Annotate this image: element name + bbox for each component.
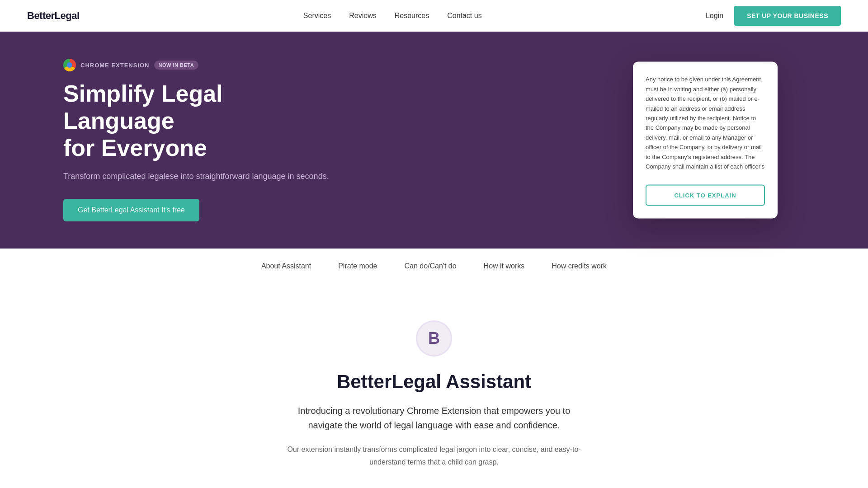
explain-button[interactable]: CLICK TO EXPLAIN: [646, 185, 765, 206]
get-extension-label: Get BetterLegal Assistant: [78, 206, 160, 214]
nav-right: Login SET UP YOUR BUSINESS: [706, 6, 841, 26]
assistant-logo-letter: B: [428, 329, 440, 348]
tab-cando[interactable]: Can do/Can't do: [404, 262, 456, 270]
hero-content: CHROME EXTENSION NOW IN BETA Simplify Le…: [63, 59, 335, 221]
tab-about[interactable]: About Assistant: [261, 262, 311, 270]
assistant-section: B BetterLegal Assistant Introducing a re…: [0, 284, 868, 488]
hero-title: Simplify Legal Language for Everyone: [63, 80, 335, 161]
get-extension-button[interactable]: Get BetterLegal Assistant It's free: [63, 199, 199, 221]
nav-item-contact[interactable]: Contact us: [447, 12, 481, 19]
tabs-bar: About Assistant Pirate mode Can do/Can't…: [0, 249, 868, 284]
chrome-icon: [63, 59, 76, 71]
assistant-desc-main: Introducing a revolutionary Chrome Exten…: [280, 404, 588, 432]
popup-legal-text: Any notice to be given under this Agreem…: [646, 75, 765, 174]
chrome-label: CHROME EXTENSION: [80, 62, 150, 69]
popup-card: Any notice to be given under this Agreem…: [633, 62, 778, 219]
navbar: BetterLegal Services Reviews Resources C…: [0, 0, 868, 32]
assistant-desc-sub: Our extension instantly transforms compl…: [276, 443, 592, 468]
hero-section: CHROME EXTENSION NOW IN BETA Simplify Le…: [0, 32, 868, 249]
assistant-logo: B: [416, 320, 452, 357]
logo: BetterLegal: [27, 10, 80, 22]
nav-item-services[interactable]: Services: [303, 12, 331, 19]
tab-credits[interactable]: How credits work: [552, 262, 607, 270]
nav-item-reviews[interactable]: Reviews: [349, 12, 376, 19]
assistant-title: BetterLegal Assistant: [337, 371, 531, 393]
hero-subtitle: Transform complicated legalese into stra…: [63, 170, 335, 183]
beta-badge: NOW IN BETA: [154, 61, 199, 70]
chrome-badge: CHROME EXTENSION NOW IN BETA: [63, 59, 335, 71]
setup-business-button[interactable]: SET UP YOUR BUSINESS: [734, 6, 841, 26]
login-link[interactable]: Login: [706, 12, 723, 20]
tab-how[interactable]: How it works: [484, 262, 525, 270]
nav-item-resources[interactable]: Resources: [395, 12, 429, 19]
nav-links: Services Reviews Resources Contact us: [303, 12, 482, 20]
tab-pirate[interactable]: Pirate mode: [338, 262, 377, 270]
get-extension-suffix: It's free: [161, 206, 185, 214]
